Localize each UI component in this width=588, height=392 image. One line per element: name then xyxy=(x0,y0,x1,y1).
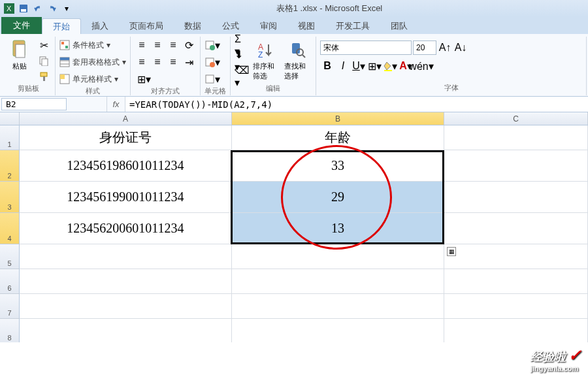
select-all-button[interactable] xyxy=(0,112,20,125)
grow-font-icon[interactable]: A↑ xyxy=(438,41,452,55)
cell-B2[interactable]: 33 xyxy=(232,150,444,182)
tab-view[interactable]: 视图 xyxy=(287,18,325,34)
row-header-3[interactable]: 3 xyxy=(0,182,20,213)
ribbon-tabs: 文件 开始 插入 页面布局 数据 公式 审阅 视图 开发工具 团队 xyxy=(0,17,588,34)
cell-B5[interactable] xyxy=(232,244,444,269)
cell-A6[interactable] xyxy=(20,269,232,294)
tab-insert[interactable]: 插入 xyxy=(81,18,119,34)
align-bottom-icon[interactable]: ≡ xyxy=(166,38,180,52)
copy-icon[interactable] xyxy=(37,54,51,68)
orientation-icon[interactable]: ⟳ xyxy=(182,38,196,52)
align-center-icon[interactable]: ≡ xyxy=(150,55,165,69)
font-name-select[interactable] xyxy=(320,41,412,55)
font-size-select[interactable] xyxy=(413,41,436,55)
cell-B3[interactable]: 29 xyxy=(232,182,444,213)
sort-filter-button[interactable]: AZ 排序和筛选 xyxy=(252,38,280,82)
find-select-button[interactable]: 查找和选择 xyxy=(283,38,312,82)
col-header-C[interactable]: C xyxy=(444,112,588,125)
cell-C6[interactable] xyxy=(444,269,588,294)
cell-C1[interactable] xyxy=(444,125,588,150)
format-cells-icon[interactable]: ▾ xyxy=(204,72,220,86)
conditional-format-button[interactable]: 条件格式 ▾ xyxy=(59,38,110,52)
undo-icon[interactable] xyxy=(31,2,44,15)
cell-B6[interactable] xyxy=(232,269,444,294)
cell-B7[interactable] xyxy=(232,294,444,319)
shrink-font-icon[interactable]: A↓ xyxy=(453,41,468,55)
tab-developer[interactable]: 开发工具 xyxy=(325,18,380,34)
check-icon: ✓ xyxy=(568,346,581,364)
italic-icon[interactable]: I xyxy=(336,59,350,73)
formula-bar: B2 fx xyxy=(0,97,588,112)
insert-cells-icon[interactable]: ▾ xyxy=(204,38,220,52)
tab-review[interactable]: 审阅 xyxy=(250,18,287,34)
align-top-icon[interactable]: ≡ xyxy=(135,38,149,52)
svg-rect-18 xyxy=(60,74,65,79)
paste-button[interactable]: 粘贴 xyxy=(5,38,34,73)
paste-label: 粘贴 xyxy=(12,61,27,71)
qat-dropdown-icon[interactable]: ▾ xyxy=(60,2,73,15)
table-format-button[interactable]: 套用表格格式 ▾ xyxy=(59,55,126,69)
save-icon[interactable] xyxy=(17,2,30,15)
cell-C8[interactable] xyxy=(444,319,588,342)
cell-B8[interactable] xyxy=(232,319,444,342)
row-header-8[interactable]: 8 xyxy=(0,319,20,342)
svg-rect-23 xyxy=(206,75,214,83)
watermark: 经验啦✓ jingyanla.com xyxy=(531,346,581,372)
cell-C4[interactable] xyxy=(444,213,588,244)
cell-A5[interactable] xyxy=(20,244,232,269)
row-header-2[interactable]: 2 xyxy=(0,150,20,182)
row-header-5[interactable]: 5 xyxy=(0,244,20,269)
tab-file[interactable]: 文件 xyxy=(1,17,42,34)
group-clipboard: 粘贴 ✂ 剪贴板 xyxy=(1,37,56,95)
font-label: 字体 xyxy=(320,83,582,94)
tab-formulas[interactable]: 公式 xyxy=(212,18,250,34)
cell-A4[interactable]: 123456200601011234 xyxy=(20,213,232,244)
cell-C5[interactable] xyxy=(444,244,588,269)
row-header-6[interactable]: 6 xyxy=(0,269,20,294)
redo-icon[interactable] xyxy=(46,2,59,15)
name-box[interactable]: B2 xyxy=(1,98,67,110)
phonetic-icon[interactable]: wén▾ xyxy=(414,59,429,73)
cell-A7[interactable] xyxy=(20,294,232,319)
title-bar: X ▾ 表格1 .xlsx - Microsoft Excel xyxy=(0,0,588,17)
col-header-B[interactable]: B xyxy=(232,112,444,125)
align-middle-icon[interactable]: ≡ xyxy=(150,38,165,52)
cell-A3[interactable]: 123456199001011234 xyxy=(20,182,232,213)
delete-cells-icon[interactable]: ▾ xyxy=(204,55,220,69)
excel-icon[interactable]: X xyxy=(3,2,16,15)
formula-input[interactable] xyxy=(125,97,588,112)
clear-icon[interactable]: ⌫ ▾ xyxy=(235,69,249,84)
cut-icon[interactable]: ✂ xyxy=(37,38,51,52)
align-left-icon[interactable]: ≡ xyxy=(135,55,149,69)
merge-icon[interactable]: ⊞▾ xyxy=(135,72,154,86)
fill-handle-icon[interactable]: ▦ xyxy=(447,247,456,256)
cell-C7[interactable] xyxy=(444,294,588,319)
column-headers: A B C xyxy=(0,112,588,125)
tab-home[interactable]: 开始 xyxy=(42,18,81,34)
bold-icon[interactable]: B xyxy=(320,59,335,73)
row-header-4[interactable]: 4 xyxy=(0,213,20,244)
svg-text:Z: Z xyxy=(258,50,263,59)
cell-styles-button[interactable]: 单元格样式 ▾ xyxy=(59,72,118,86)
format-painter-icon[interactable] xyxy=(37,69,51,84)
fill-color-icon[interactable]: ▾ xyxy=(383,59,397,73)
tab-page-layout[interactable]: 页面布局 xyxy=(119,18,174,34)
indent-icon[interactable]: ⇥ xyxy=(182,55,196,69)
tab-team[interactable]: 团队 xyxy=(380,18,418,34)
align-right-icon[interactable]: ≡ xyxy=(166,55,180,69)
border-icon[interactable]: ⊞▾ xyxy=(367,59,382,73)
cell-C3[interactable] xyxy=(444,182,588,213)
tab-data[interactable]: 数据 xyxy=(174,18,212,34)
row-header-1[interactable]: 1 xyxy=(0,125,20,150)
cell-A1[interactable]: 身份证号 xyxy=(20,125,232,150)
row-header-7[interactable]: 7 xyxy=(0,294,20,319)
cell-A2[interactable]: 123456198601011234 xyxy=(20,150,232,182)
col-header-A[interactable]: A xyxy=(20,112,232,125)
cell-B4[interactable]: 13 xyxy=(232,213,444,244)
cell-A8[interactable] xyxy=(20,319,232,342)
fx-icon[interactable]: fx xyxy=(107,97,125,112)
cell-B1[interactable]: 年龄 xyxy=(232,125,444,150)
underline-icon[interactable]: U▾ xyxy=(351,59,366,73)
editing-label: 编辑 xyxy=(235,84,312,95)
cell-C2[interactable] xyxy=(444,150,588,182)
